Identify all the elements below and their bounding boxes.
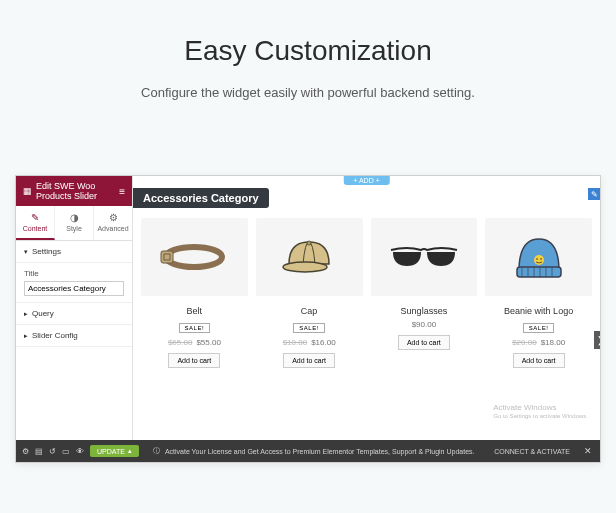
tab-style[interactable]: ◑ Style [55, 206, 94, 240]
product-card[interactable]: Cap SALE! $18.00$16.00 Add to cart [256, 218, 363, 368]
product-price: $18.00$16.00 [256, 338, 363, 347]
tab-content[interactable]: ✎ Content [16, 206, 55, 240]
sale-badge: SALE! [523, 323, 555, 333]
editor-window: ▦ Edit SWE Woo Products Slider ≡ ✎ Conte… [15, 175, 601, 463]
settings-icon[interactable]: ⚙ [22, 447, 29, 456]
section-label: Slider Config [32, 331, 78, 340]
slider-next-button[interactable]: ❯ [594, 331, 600, 349]
product-price: $65.00$55.00 [141, 338, 248, 347]
page-subtitle: Configure the widget easily with powerfu… [0, 85, 616, 100]
product-price: $20.00$18.00 [485, 338, 592, 347]
chevron-up-icon: ▴ [128, 447, 132, 455]
style-icon: ◑ [57, 212, 91, 223]
sidebar-header: ▦ Edit SWE Woo Products Slider ≡ [16, 176, 132, 206]
product-name: Belt [141, 306, 248, 316]
svg-point-4 [307, 241, 311, 245]
editor-sidebar: ▦ Edit SWE Woo Products Slider ≡ ✎ Conte… [16, 176, 133, 440]
history-icon[interactable]: ↺ [49, 447, 56, 456]
tab-label: Style [66, 225, 82, 232]
add-to-cart-button[interactable]: Add to cart [513, 353, 565, 368]
chevron-down-icon: ▾ [24, 248, 28, 256]
product-image-beanie [485, 218, 592, 296]
update-button[interactable]: UPDATE▴ [90, 445, 139, 457]
grid-icon[interactable]: ▦ [23, 186, 32, 196]
gear-icon: ⚙ [96, 212, 130, 223]
svg-point-0 [166, 247, 222, 267]
license-message: ⓘ Activate Your License and Get Access t… [145, 446, 488, 456]
svg-point-14 [540, 258, 542, 260]
product-name: Sunglasses [371, 306, 478, 316]
tab-label: Advanced [97, 225, 128, 232]
editor-canvas: + ADD + ✎ Accessories Category Belt SALE… [133, 176, 600, 440]
connect-activate-button[interactable]: CONNECT & ACTIVATE [488, 448, 576, 455]
title-input[interactable] [24, 281, 124, 296]
section-settings[interactable]: ▾ Settings [16, 241, 132, 263]
close-icon[interactable]: ✕ [576, 446, 600, 456]
add-to-cart-button[interactable]: Add to cart [398, 335, 450, 350]
bottom-bar: ⚙ ▤ ↺ ▭ 👁 UPDATE▴ ⓘ Activate Your Licens… [16, 440, 600, 462]
add-to-cart-button[interactable]: Add to cart [168, 353, 220, 368]
menu-icon[interactable]: ≡ [119, 186, 125, 197]
preview-icon[interactable]: 👁 [76, 447, 84, 456]
svg-point-12 [534, 255, 544, 265]
svg-rect-5 [517, 267, 561, 277]
product-card[interactable]: Sunglasses $90.00 Add to cart [371, 218, 478, 368]
product-price: $90.00 [371, 320, 478, 329]
add-section-handle[interactable]: + ADD + [343, 176, 389, 185]
windows-watermark: Activate Windows Go to Settings to activ… [493, 403, 588, 420]
section-label: Query [32, 309, 54, 318]
svg-point-3 [283, 262, 327, 272]
page-title: Easy Customization [0, 35, 616, 67]
info-icon: ⓘ [153, 446, 160, 456]
product-image-sunglasses [371, 218, 478, 296]
tab-advanced[interactable]: ⚙ Advanced [94, 206, 132, 240]
product-name: Beanie with Logo [485, 306, 592, 316]
product-card[interactable]: Beanie with Logo SALE! $20.00$18.00 Add … [485, 218, 592, 368]
product-name: Cap [256, 306, 363, 316]
pencil-icon: ✎ [18, 212, 52, 223]
sidebar-header-title: Edit SWE Woo Products Slider [36, 181, 115, 201]
chevron-right-icon: ▸ [24, 332, 28, 340]
sale-badge: SALE! [293, 323, 325, 333]
chevron-right-icon: ▸ [24, 310, 28, 318]
edit-widget-handle[interactable]: ✎ [588, 188, 600, 200]
section-slider-config[interactable]: ▸ Slider Config [16, 325, 132, 347]
sale-badge: SALE! [179, 323, 211, 333]
product-image-cap [256, 218, 363, 296]
tab-label: Content [23, 225, 48, 232]
svg-rect-1 [161, 251, 173, 263]
category-title: Accessories Category [133, 188, 269, 208]
section-label: Settings [32, 247, 61, 256]
product-slider: Belt SALE! $65.00$55.00 Add to cart Cap … [133, 208, 600, 368]
sidebar-tabs: ✎ Content ◑ Style ⚙ Advanced [16, 206, 132, 241]
responsive-icon[interactable]: ▭ [62, 447, 70, 456]
add-to-cart-button[interactable]: Add to cart [283, 353, 335, 368]
product-card[interactable]: Belt SALE! $65.00$55.00 Add to cart [141, 218, 248, 368]
navigator-icon[interactable]: ▤ [35, 447, 43, 456]
product-image-belt [141, 218, 248, 296]
title-field-label: Title [24, 269, 124, 278]
svg-point-13 [536, 258, 538, 260]
section-query[interactable]: ▸ Query [16, 303, 132, 325]
title-field-area: Title [16, 263, 132, 303]
